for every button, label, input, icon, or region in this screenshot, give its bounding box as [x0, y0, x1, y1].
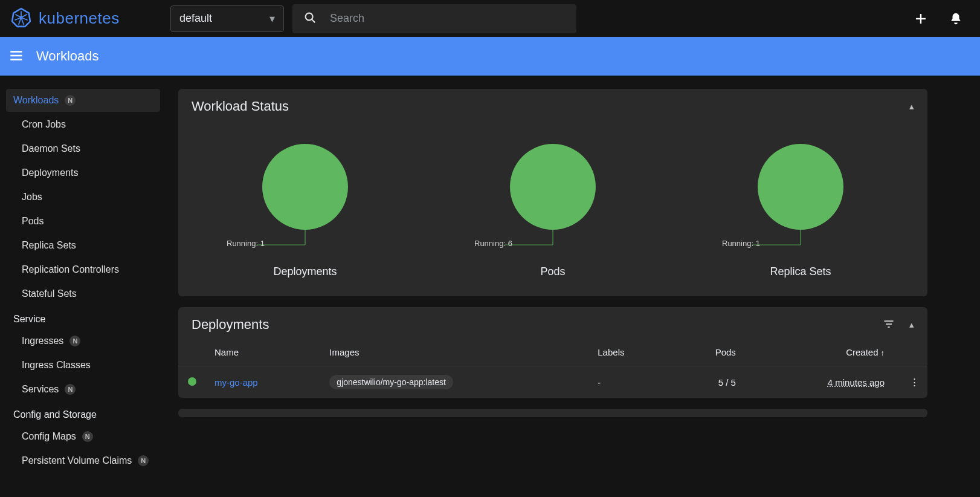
sidebar-item-label: Deployments	[22, 167, 78, 178]
sidebar-item-services[interactable]: Services N	[6, 378, 160, 401]
row-menu-icon[interactable]: ⋮	[910, 377, 919, 387]
status-running-icon	[188, 377, 196, 386]
svg-point-19	[510, 144, 596, 230]
donut-running-label: Running: 1	[227, 239, 265, 248]
sidebar-item-label: Ingress Classes	[22, 360, 91, 371]
page-title: Workloads	[36, 48, 99, 64]
sidebar: Workloads N Cron Jobs Daemon Sets Deploy…	[0, 76, 166, 497]
svg-line-8	[15, 15, 21, 18]
sidebar-item-label: Cron Jobs	[22, 119, 66, 130]
hamburger-icon[interactable]	[8, 48, 24, 65]
notifications-icon[interactable]	[943, 5, 969, 32]
sidebar-item-label: Config Maps	[22, 431, 76, 442]
sidebar-item-deployments[interactable]: Deployments	[6, 161, 160, 184]
sidebar-item-stateful-sets[interactable]: Stateful Sets	[6, 282, 160, 305]
sidebar-item-config-maps[interactable]: Config Maps N	[6, 425, 160, 448]
sidebar-item-label: Stateful Sets	[22, 288, 77, 299]
namespace-selected: default	[179, 12, 212, 25]
search-box[interactable]	[292, 4, 576, 33]
sidebar-item-label: Persistent Volume Claims	[22, 455, 132, 466]
create-button[interactable]	[907, 5, 934, 32]
deployment-name-link[interactable]: my-go-app	[214, 377, 258, 388]
next-card-peek	[178, 409, 927, 417]
svg-point-9	[306, 13, 313, 21]
col-pods[interactable]: Pods	[672, 339, 744, 366]
sidebar-item-jobs[interactable]: Jobs	[6, 186, 160, 209]
status-donut: Running: 1 Deployments	[227, 135, 384, 278]
created-cell: 4 minutes ago	[828, 377, 885, 388]
ns-badge: N	[65, 95, 76, 106]
donut-running-label: Running: 6	[474, 239, 512, 248]
sidebar-item-label: Ingresses	[22, 336, 63, 346]
brand-text: kubernetes	[39, 9, 120, 28]
sidebar-item-ingress-classes[interactable]: Ingress Classes	[6, 354, 160, 377]
sidebar-item-replica-sets[interactable]: Replica Sets	[6, 234, 160, 257]
col-name[interactable]: Name	[206, 339, 321, 366]
sidebar-item-workloads[interactable]: Workloads N	[6, 89, 160, 112]
sidebar-header-service: Service	[6, 307, 160, 328]
svg-point-22	[758, 144, 843, 230]
search-input[interactable]	[330, 12, 566, 25]
filter-icon[interactable]	[883, 318, 895, 332]
sidebar-item-label: Replica Sets	[22, 240, 76, 251]
deployments-card: Deployments ▴ Name Images Labels Pods	[178, 307, 927, 398]
donut-title: Deployments	[273, 265, 337, 278]
ns-badge: N	[69, 336, 80, 346]
sidebar-item-cron-jobs[interactable]: Cron Jobs	[6, 113, 160, 136]
svg-point-16	[262, 144, 348, 230]
ns-badge: N	[138, 455, 149, 466]
col-images[interactable]: Images	[321, 339, 589, 366]
collapse-icon[interactable]: ▴	[909, 319, 914, 330]
sidebar-item-pods[interactable]: Pods	[6, 210, 160, 233]
table-row[interactable]: my-go-app gjonestwilio/my-go-app:latest …	[178, 366, 927, 398]
sidebar-item-daemon-sets[interactable]: Daemon Sets	[6, 137, 160, 160]
donut-title: Pods	[540, 265, 565, 278]
sidebar-item-label: Services	[22, 384, 59, 395]
donut-title: Replica Sets	[770, 265, 831, 278]
col-labels[interactable]: Labels	[589, 339, 672, 366]
search-icon	[303, 11, 317, 26]
svg-line-3	[21, 15, 27, 18]
ns-badge: N	[82, 431, 93, 442]
image-chip: gjonestwilio/my-go-app:latest	[329, 375, 453, 389]
sort-asc-icon: ↑	[881, 348, 885, 357]
workload-status-title: Workload Status	[192, 99, 289, 114]
sidebar-item-label: Replication Controllers	[22, 264, 119, 275]
sidebar-item-label: Daemon Sets	[22, 143, 80, 154]
sidebar-item-label: Workloads	[13, 95, 59, 106]
workload-status-card: Workload Status ▴ Running: 1 Deployments…	[178, 89, 927, 296]
namespace-selector[interactable]: default ▾	[170, 5, 284, 32]
k8s-logo-icon	[11, 7, 31, 30]
sidebar-item-ingresses[interactable]: Ingresses N	[6, 330, 160, 352]
collapse-icon[interactable]: ▴	[909, 101, 914, 112]
sidebar-item-replication-controllers[interactable]: Replication Controllers	[6, 258, 160, 281]
labels-cell: -	[589, 366, 672, 398]
sidebar-item-label: Pods	[22, 216, 44, 227]
sidebar-item-pvc[interactable]: Persistent Volume Claims N	[6, 449, 160, 472]
status-donut: Running: 1 Replica Sets	[722, 135, 879, 278]
svg-line-10	[312, 19, 315, 22]
col-created[interactable]: Created↑	[744, 339, 901, 366]
chevron-down-icon: ▾	[269, 12, 275, 25]
deployments-title: Deployments	[192, 317, 269, 333]
sidebar-item-label: Jobs	[22, 192, 42, 203]
sidebar-header-config: Config and Storage	[6, 402, 160, 424]
status-donut: Running: 6 Pods	[474, 135, 631, 278]
donut-running-label: Running: 1	[722, 239, 760, 248]
ns-badge: N	[65, 384, 76, 395]
pods-cell: 5 / 5	[672, 366, 744, 398]
